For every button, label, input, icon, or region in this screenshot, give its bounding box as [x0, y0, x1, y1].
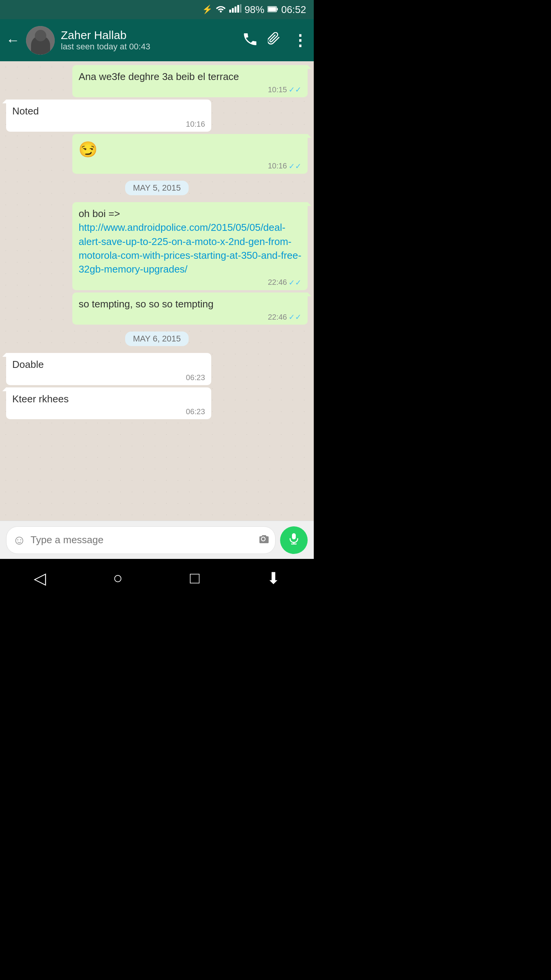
message-row: Kteer rkhees 06:23: [6, 387, 211, 419]
nav-download-button[interactable]: ⬇: [267, 569, 280, 588]
back-button[interactable]: ←: [6, 32, 20, 48]
message-row: oh boi => http://www.androidpolice.com/2…: [72, 202, 308, 290]
check-marks: ✓✓: [289, 85, 302, 94]
svg-rect-4: [237, 5, 239, 13]
bluetooth-icon: ⚡: [202, 5, 212, 15]
svg-rect-2: [232, 8, 234, 13]
contact-status: last seen today at 00:43: [61, 42, 237, 52]
date-separator: MAY 6, 2015: [125, 332, 188, 346]
message-text: Ana we3fe deghre 3a beib el terrace: [78, 70, 302, 83]
message-time: 06:23: [12, 407, 205, 416]
message-time: 10:16 ✓✓: [78, 162, 302, 171]
svg-rect-7: [268, 7, 276, 11]
status-bar: ⚡ 98% 06:52: [0, 0, 314, 19]
chat-header: ← Zaher Hallab last seen today at 00:43 …: [0, 19, 314, 61]
message-input-wrapper[interactable]: ☺: [6, 526, 276, 554]
message-text: 😏: [78, 139, 302, 160]
voice-button[interactable]: [280, 526, 308, 554]
chat-area: Ana we3fe deghre 3a beib el terrace 10:1…: [0, 61, 314, 521]
message-time: 06:23: [12, 373, 205, 382]
nav-back-button[interactable]: ◁: [34, 569, 46, 588]
nav-bar: ◁ ○ □ ⬇: [0, 559, 314, 597]
nav-recents-button[interactable]: □: [190, 569, 199, 587]
svg-rect-9: [292, 533, 296, 539]
input-bar: ☺: [0, 521, 314, 559]
battery-icon: [267, 5, 278, 15]
message-row: 😏 10:16 ✓✓: [72, 134, 308, 174]
check-marks: ✓✓: [289, 278, 302, 287]
message-input[interactable]: [31, 534, 253, 546]
battery-percent: 98%: [245, 4, 264, 16]
nav-home-button[interactable]: ○: [113, 569, 122, 587]
message-time: 10:15 ✓✓: [78, 85, 302, 94]
svg-rect-3: [235, 7, 236, 13]
wifi-icon: [215, 4, 226, 15]
message-time: 10:16: [12, 120, 205, 129]
svg-rect-5: [240, 4, 241, 13]
date-separator: MAY 5, 2015: [125, 181, 188, 195]
contact-avatar[interactable]: [26, 26, 55, 55]
message-text: oh boi => http://www.androidpolice.com/2…: [78, 207, 302, 276]
message-text: Noted: [12, 104, 205, 118]
status-icons: ⚡ 98% 06:52: [202, 4, 306, 16]
message-row: Ana we3fe deghre 3a beib el terrace 10:1…: [72, 65, 308, 97]
message-time: 22:46 ✓✓: [78, 312, 302, 322]
contact-info[interactable]: Zaher Hallab last seen today at 00:43: [61, 29, 237, 52]
check-marks: ✓✓: [289, 162, 302, 171]
header-actions: ⋮: [243, 31, 308, 49]
svg-rect-8: [277, 8, 278, 10]
call-button[interactable]: [243, 32, 256, 48]
camera-button[interactable]: [258, 534, 269, 547]
attach-button[interactable]: [268, 32, 281, 48]
message-row: Noted 10:16: [6, 100, 211, 131]
message-text: so tempting, so so so tempting: [78, 297, 302, 311]
message-time: 22:46 ✓✓: [78, 278, 302, 287]
svg-rect-1: [229, 10, 231, 13]
emoji-button[interactable]: ☺: [13, 532, 26, 547]
more-options-button[interactable]: ⋮: [292, 31, 308, 49]
message-row: Doable 06:23: [6, 353, 211, 385]
time-display: 06:52: [281, 4, 306, 16]
svg-point-0: [220, 11, 222, 13]
mic-icon: [288, 532, 300, 548]
contact-name: Zaher Hallab: [61, 29, 237, 42]
signal-icon: [229, 4, 241, 15]
message-text: Kteer rkhees: [12, 392, 205, 406]
message-row: so tempting, so so so tempting 22:46 ✓✓: [72, 292, 308, 325]
message-link[interactable]: http://www.androidpolice.com/2015/05/05/…: [78, 222, 301, 275]
message-text: Doable: [12, 358, 205, 371]
check-marks: ✓✓: [289, 312, 302, 322]
